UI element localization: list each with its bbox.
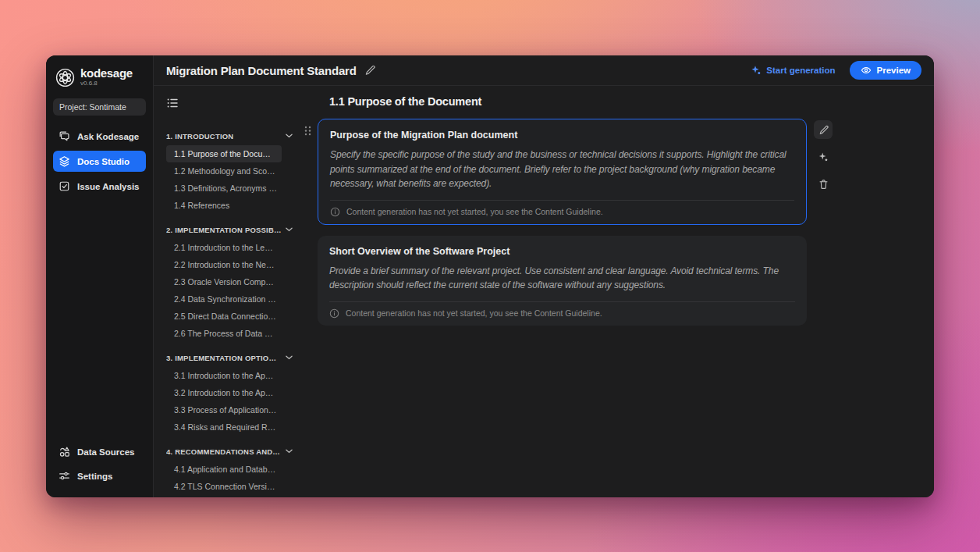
- toc-item[interactable]: 3.1 Introduction to the Application ...: [166, 367, 282, 384]
- chevron-down-icon: [286, 227, 293, 232]
- toc-item[interactable]: 3.3 Process of Application Migrati...: [166, 401, 282, 418]
- chevron-down-icon: [286, 355, 293, 360]
- trash-icon: [818, 179, 829, 190]
- preview-label: Preview: [877, 66, 911, 75]
- content-block-title: Purpose of the Migration Plan document: [330, 130, 794, 141]
- toc-section-label: 1. INTRODUCTION: [166, 132, 233, 141]
- toc-item[interactable]: 2.4 Data Synchronization Between...: [166, 290, 282, 308]
- toc-section-label: 3. IMPLEMENTATION OPTIONS F...: [166, 354, 282, 362]
- toc-section-header-introduction[interactable]: 1. INTRODUCTION: [166, 128, 293, 144]
- edit-block-button[interactable]: [814, 120, 833, 139]
- info-icon: [329, 308, 339, 319]
- toc-item[interactable]: 2.3 Oracle Version Compatibility C...: [166, 273, 282, 290]
- sparkle-plus-icon: [751, 65, 762, 76]
- app-logo: kodesage v0.6.8: [53, 65, 146, 88]
- toc-section-label: 2. IMPLEMENTATION POSSIBILI...: [166, 226, 282, 234]
- drag-handle-icon[interactable]: [304, 125, 312, 137]
- content-block-overview[interactable]: Short Overview of the Software Project P…: [318, 236, 807, 326]
- toc-item[interactable]: 3.4 Risks and Required Refactorin...: [166, 418, 282, 436]
- start-generation-label: Start generation: [766, 66, 835, 75]
- table-of-contents: 1. INTRODUCTION 1.1 Purpose of the Docum…: [154, 86, 310, 497]
- generation-status-note: Content generation has not yet started, …: [330, 200, 794, 224]
- sidebar-item-settings[interactable]: Settings: [53, 465, 146, 486]
- sidebar-item-issue-analysis[interactable]: Issue Analysis: [53, 176, 146, 197]
- app-name: kodesage: [80, 66, 133, 80]
- delete-block-button[interactable]: [814, 175, 833, 194]
- sidebar-item-label: Settings: [77, 472, 112, 481]
- pencil-icon: [818, 125, 829, 135]
- toc-item[interactable]: 1.4 References: [166, 197, 282, 214]
- chevron-down-icon: [286, 449, 293, 454]
- sidebar: kodesage v0.6.8 Project: Sontimate Ask K…: [46, 55, 154, 497]
- app-window: kodesage v0.6.8 Project: Sontimate Ask K…: [46, 55, 934, 497]
- toc-item[interactable]: 2.2 Introduction to the New Datab...: [166, 256, 282, 273]
- start-generation-button[interactable]: Start generation: [751, 65, 835, 76]
- generation-status-text: Content generation has not yet started, …: [346, 207, 603, 216]
- sliders-icon: [59, 470, 70, 482]
- section-title: 1.1 Purpose of the Document: [329, 95, 934, 108]
- desktop-background: kodesage v0.6.8 Project: Sontimate Ask K…: [0, 0, 980, 552]
- toc-item[interactable]: 1.3 Definitions, Acronyms and Abb...: [166, 180, 282, 197]
- content-block-title: Short Overview of the Software Project: [329, 246, 795, 257]
- toc-item[interactable]: 2.6 The Process of Data Migration: [166, 325, 282, 342]
- document-title: Migration Plan Document Standard: [166, 64, 357, 77]
- toc-item[interactable]: 1.1 Purpose of the Document: [166, 145, 282, 162]
- content-guideline-text: Provide a brief summary of the relevant …: [329, 264, 795, 293]
- shapes-icon: [59, 446, 70, 458]
- sparkle-icon: [818, 151, 829, 162]
- document-content: 1.1 Purpose of the Document: [310, 86, 934, 497]
- toc-section: 4. RECOMMENDATIONS AND RI... 4.1 Applica…: [166, 443, 310, 495]
- layers-icon: [59, 155, 70, 167]
- toc-item[interactable]: 2.5 Direct Data Connection Betwe...: [166, 308, 282, 325]
- generation-status-note: Content generation has not yet started, …: [329, 301, 795, 326]
- eye-icon: [861, 66, 872, 75]
- edit-title-button[interactable]: [364, 65, 375, 76]
- generation-status-text: Content generation has not yet started, …: [346, 308, 602, 318]
- chevron-down-icon: [286, 134, 293, 138]
- sidebar-footer: Data Sources Settings: [53, 441, 146, 486]
- toc-item[interactable]: 4.1 Application and Database Tests: [166, 461, 282, 478]
- toc-section-label: 4. RECOMMENDATIONS AND RI...: [166, 447, 282, 456]
- toc-section: 3. IMPLEMENTATION OPTIONS F... 3.1 Intro…: [166, 350, 310, 436]
- toc-toggle-button[interactable]: [166, 97, 179, 109]
- toc-section: 1. INTRODUCTION 1.1 Purpose of the Docum…: [166, 128, 310, 214]
- document-header: Migration Plan Document Standard Start g…: [154, 55, 934, 86]
- content-guideline-text: Specify the specific purpose of the stud…: [330, 148, 794, 191]
- info-icon: [330, 207, 340, 217]
- sidebar-item-label: Ask Kodesage: [77, 132, 139, 141]
- sidebar-item-ask-kodesage[interactable]: Ask Kodesage: [53, 126, 146, 147]
- generate-block-button[interactable]: [814, 148, 833, 166]
- sidebar-item-label: Issue Analysis: [77, 182, 139, 191]
- toc-section-header-implementation-options[interactable]: 3. IMPLEMENTATION OPTIONS F...: [166, 350, 293, 365]
- sidebar-item-docs-studio[interactable]: Docs Studio: [53, 151, 146, 172]
- app-version: v0.6.8: [80, 80, 133, 87]
- toc-item[interactable]: 1.2 Methodology and Scope of Inv...: [166, 162, 282, 180]
- chat-icon: [59, 130, 70, 142]
- toc-item[interactable]: 4.2 TLS Connection Version Comp...: [166, 478, 282, 495]
- toc-section-header-implementation-possibilities[interactable]: 2. IMPLEMENTATION POSSIBILI...: [166, 222, 293, 237]
- content-block-purpose[interactable]: Purpose of the Migration Plan document S…: [318, 119, 807, 225]
- card-action-rail: [814, 120, 833, 194]
- knot-logo-icon: [55, 67, 76, 88]
- toc-item[interactable]: 3.2 Introduction to the Application ...: [166, 384, 282, 401]
- sidebar-item-data-sources[interactable]: Data Sources: [53, 441, 146, 462]
- toc-item[interactable]: 2.1 Introduction to the Legacy Data...: [166, 239, 282, 256]
- sidebar-item-label: Data Sources: [77, 447, 135, 457]
- project-selector[interactable]: Project: Sontimate: [53, 98, 146, 116]
- sidebar-item-label: Docs Studio: [77, 157, 130, 166]
- sidebar-nav: Ask Kodesage Docs Studio: [53, 126, 146, 197]
- preview-button[interactable]: Preview: [850, 61, 921, 80]
- check-square-icon: [59, 180, 70, 192]
- main-area: Migration Plan Document Standard Start g…: [154, 55, 934, 497]
- toc-section: 2. IMPLEMENTATION POSSIBILI... 2.1 Intro…: [166, 222, 310, 342]
- toc-section-header-recommendations[interactable]: 4. RECOMMENDATIONS AND RI...: [166, 443, 293, 459]
